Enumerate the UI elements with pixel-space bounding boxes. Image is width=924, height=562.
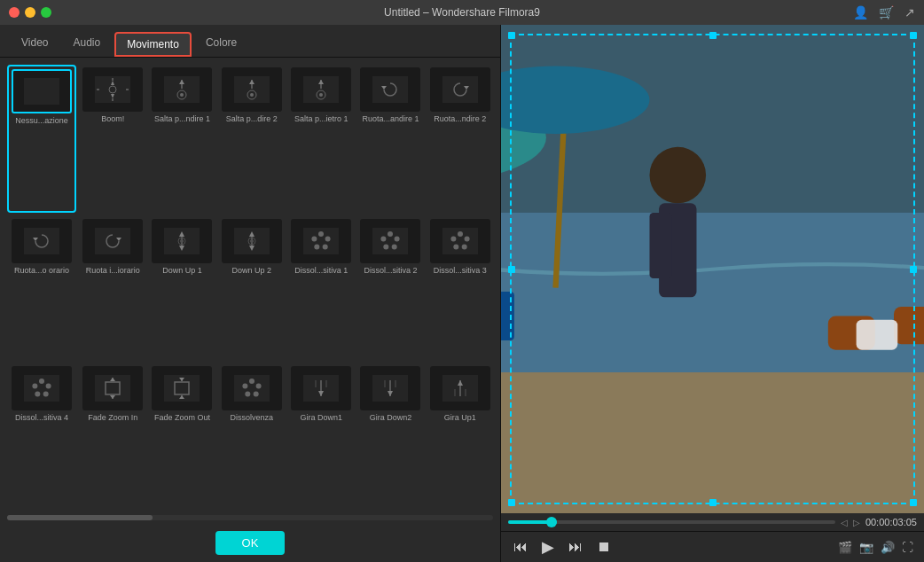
time-bracket-right: ▷ [853,518,860,527]
effect-label-dissolvenza: Dissolvenza [222,413,282,422]
close-button[interactable] [9,7,20,18]
svg-point-67 [32,384,37,389]
effects-scrollbar[interactable] [7,515,493,520]
svg-point-52 [395,236,400,241]
svg-point-37 [180,239,184,243]
playback-thumb[interactable] [546,517,557,527]
effect-giradown1[interactable]: Gira Down1 [288,363,354,508]
effect-label-ruota1: Ruota...andire 1 [360,114,420,123]
playback-bar[interactable] [508,520,835,524]
effect-salta3[interactable]: Salta p...ietro 1 [288,65,354,213]
effect-label-boom: Boom! [82,114,143,123]
svg-point-23 [319,93,323,97]
effect-dissol4[interactable]: Dissol...sitiva 4 [7,363,76,508]
effect-label-giraup1: Gira Up1 [430,413,490,422]
svg-rect-0 [24,78,59,105]
handle-bm[interactable] [709,499,716,506]
effect-giraup1[interactable]: Gira Up1 [427,363,493,508]
svg-point-18 [250,93,254,97]
minimize-button[interactable] [25,7,35,18]
tab-colore[interactable]: Colore [195,32,247,57]
effect-ruota2[interactable]: Ruota...ndire 2 [427,65,493,213]
effect-dissol1[interactable]: Dissol...sitiva 1 [288,216,354,361]
tab-movimento[interactable]: Movimento [114,32,192,57]
svg-point-82 [255,384,261,389]
handle-tl[interactable] [508,32,515,39]
tab-audio[interactable]: Audio [62,32,111,57]
effect-salta2[interactable]: Salta p...dire 2 [219,65,285,213]
svg-point-55 [381,236,387,241]
cart-icon[interactable]: 🛒 [879,5,894,20]
effect-label-giradown2: Gira Down2 [360,413,420,422]
handle-rm[interactable] [910,266,917,273]
handle-bl[interactable] [508,499,515,506]
effect-label-dissol2: Dissol...sitiva 2 [360,266,420,275]
stop-button[interactable]: ⏹ [595,537,613,557]
svg-point-59 [462,244,467,249]
effect-label-ruota2: Ruota...ndire 2 [430,114,490,123]
effect-label-nessun: Nessu...azione [12,116,72,125]
play-pause-button[interactable]: ▶ [540,535,556,558]
left-panel: Video Audio Movimento Colore Nessu...azi… [0,25,501,562]
effect-label-ruota3: Ruota...o orario [10,266,74,275]
svg-point-83 [254,392,259,397]
fullscreen-icon[interactable]: ⛶ [902,541,913,554]
photo-icon[interactable]: 📷 [859,541,873,554]
effect-fadein[interactable]: Fade Zoom In [80,363,145,508]
handle-lm[interactable] [508,266,515,273]
svg-rect-26 [442,76,478,103]
titlebar-icons: 👤 🛒 ↗ [853,5,915,20]
forward-button[interactable]: ⏭ [567,537,584,557]
scene-icon[interactable]: 🎬 [838,541,852,554]
video-preview [501,25,924,513]
main-container: Video Audio Movimento Colore Nessu...azi… [0,25,924,562]
svg-point-57 [458,231,463,237]
svg-point-49 [312,236,317,241]
effect-boom[interactable]: Boom! [80,65,145,213]
svg-point-54 [384,244,389,249]
effect-label-fadeout: Fade Zoom Out [152,413,212,422]
svg-point-45 [318,231,324,237]
tab-video[interactable]: Video [11,32,59,57]
effect-salta1[interactable]: Salta p...ndire 1 [149,65,215,213]
svg-point-58 [464,236,469,241]
effect-ruota3[interactable]: Ruota...o orario [7,216,76,361]
time-bracket-left: ◁ [841,518,848,527]
svg-point-46 [325,236,331,241]
effect-dissol2[interactable]: Dissol...sitiva 2 [357,216,423,361]
effect-dissolvenza[interactable]: Dissolvenza [219,363,285,508]
svg-point-84 [245,392,250,397]
handle-tr[interactable] [910,32,917,39]
playback-buttons: ⏮ ▶ ⏭ ⏹ [512,535,613,558]
effect-fadeout[interactable]: Fade Zoom Out [149,363,215,508]
volume-icon[interactable]: 🔊 [881,541,895,554]
effect-label-fadein: Fade Zoom In [82,413,143,422]
handle-tm[interactable] [709,32,716,39]
share-icon[interactable]: ↗ [904,5,915,20]
ok-button[interactable]: OK [215,531,286,555]
effect-giradown2[interactable]: Gira Down2 [357,363,423,508]
effect-label-salta2: Salta p...dire 2 [222,114,282,123]
right-controls: 🎬 📷 🔊 ⛶ [838,541,913,554]
effect-ruota4[interactable]: Ruota i...iorario [80,216,145,361]
titlebar: Untitled – Wondershare Filmora9 👤 🛒 ↗ [0,0,924,25]
svg-point-51 [388,231,393,237]
selection-box [510,34,915,504]
user-icon[interactable]: 👤 [853,5,868,20]
preview-controls: ◁ ▷ 00:00:03:05 [501,513,924,531]
effect-downup1[interactable]: Down Up 1 [149,216,215,361]
handle-br[interactable] [910,499,917,506]
effect-label-giradown1: Gira Down1 [291,413,351,422]
rewind-button[interactable]: ⏮ [512,537,529,557]
effect-ruota1[interactable]: Ruota...andire 1 [357,65,423,213]
svg-point-13 [180,93,184,97]
svg-point-48 [314,244,319,249]
svg-point-53 [392,244,397,249]
effect-downup2[interactable]: Down Up 2 [219,216,285,361]
playback-row: ⏮ ▶ ⏭ ⏹ 🎬 📷 🔊 ⛶ [501,531,924,562]
effect-dissol3[interactable]: Dissol...sitiva 3 [427,216,493,361]
maximize-button[interactable] [41,7,51,18]
effect-nessun[interactable]: Nessu...azione [7,65,76,213]
effect-label-downup2: Down Up 2 [222,266,282,275]
svg-rect-28 [24,228,59,254]
